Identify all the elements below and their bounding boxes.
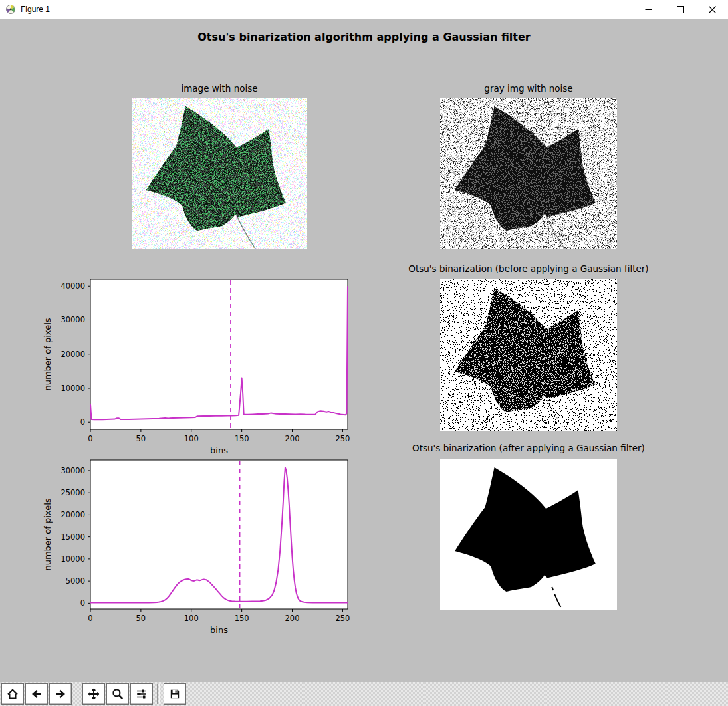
svg-text:150: 150 bbox=[235, 434, 249, 443]
back-arrow-icon bbox=[31, 688, 43, 700]
toolbar-separator bbox=[76, 684, 78, 704]
close-button[interactable] bbox=[696, 0, 728, 19]
svg-text:40000: 40000 bbox=[61, 281, 85, 291]
matplotlib-icon bbox=[5, 4, 16, 15]
minimize-icon bbox=[645, 6, 652, 13]
svg-text:30000: 30000 bbox=[61, 315, 85, 324]
sliders-icon bbox=[136, 688, 148, 700]
navigation-toolbar bbox=[0, 682, 728, 706]
svg-text:200: 200 bbox=[285, 614, 300, 623]
svg-text:number of pixels: number of pixels bbox=[43, 318, 53, 390]
window-title: Figure 1 bbox=[21, 5, 50, 14]
panel-title-noisy-color: image with noise bbox=[132, 83, 307, 94]
svg-text:10000: 10000 bbox=[61, 384, 85, 393]
histogram-before-chart: 050100150200250010000200003000040000bins… bbox=[41, 275, 352, 459]
forward-button[interactable] bbox=[49, 683, 72, 705]
svg-text:number of pixels: number of pixels bbox=[43, 498, 53, 570]
save-icon bbox=[169, 688, 181, 700]
svg-text:200: 200 bbox=[285, 434, 300, 443]
zoom-rect-icon bbox=[112, 688, 124, 700]
svg-text:100: 100 bbox=[184, 434, 199, 443]
svg-text:5000: 5000 bbox=[66, 576, 85, 586]
figure-suptitle: Otsu's binarization algorithm applying a… bbox=[0, 31, 728, 43]
close-icon bbox=[709, 6, 716, 13]
panel-title-otsu-after: Otsu's binarization (after applying a Ga… bbox=[352, 443, 705, 453]
maximize-button[interactable] bbox=[664, 0, 696, 19]
window-controls bbox=[632, 0, 728, 19]
zoom-button[interactable] bbox=[106, 683, 129, 705]
svg-text:20000: 20000 bbox=[61, 350, 85, 359]
svg-text:0: 0 bbox=[88, 434, 92, 443]
svg-text:15000: 15000 bbox=[61, 532, 85, 542]
image-otsu-after bbox=[440, 459, 617, 610]
svg-text:25000: 25000 bbox=[61, 488, 85, 497]
svg-text:10000: 10000 bbox=[61, 554, 85, 564]
image-noisy-color bbox=[132, 98, 307, 249]
minimize-button[interactable] bbox=[632, 0, 664, 19]
svg-text:250: 250 bbox=[335, 434, 350, 443]
home-button[interactable] bbox=[1, 683, 24, 705]
svg-text:150: 150 bbox=[235, 614, 249, 623]
svg-text:100: 100 bbox=[184, 614, 199, 623]
forward-arrow-icon bbox=[55, 688, 66, 700]
home-icon bbox=[7, 688, 19, 700]
image-noisy-gray bbox=[440, 98, 617, 249]
panel-title-noisy-gray: gray img with noise bbox=[440, 83, 617, 94]
svg-text:250: 250 bbox=[335, 614, 350, 623]
pan-icon bbox=[88, 688, 100, 700]
toolbar-separator bbox=[157, 684, 160, 704]
window-titlebar[interactable]: Figure 1 bbox=[0, 0, 728, 19]
configure-subplots-button[interactable] bbox=[130, 683, 153, 705]
svg-text:50: 50 bbox=[136, 614, 146, 623]
pan-button[interactable] bbox=[82, 683, 105, 705]
back-button[interactable] bbox=[25, 683, 48, 705]
svg-text:bins: bins bbox=[210, 445, 228, 455]
svg-text:0: 0 bbox=[88, 614, 92, 623]
svg-text:30000: 30000 bbox=[61, 466, 85, 475]
panel-title-otsu-before: Otsu's binarization (before applying a G… bbox=[352, 263, 705, 274]
svg-text:bins: bins bbox=[210, 625, 228, 635]
maximize-icon bbox=[677, 6, 684, 13]
svg-text:50: 50 bbox=[136, 434, 146, 443]
svg-text:0: 0 bbox=[80, 598, 85, 608]
save-button[interactable] bbox=[164, 683, 186, 705]
svg-text:0: 0 bbox=[80, 417, 85, 427]
image-otsu-before bbox=[440, 279, 617, 431]
svg-text:20000: 20000 bbox=[61, 510, 85, 519]
figure-window: Figure 1 Otsu's binarization algorithm a… bbox=[0, 0, 728, 706]
histogram-after-chart: 0501001502002500500010000150002000025000… bbox=[41, 456, 352, 640]
